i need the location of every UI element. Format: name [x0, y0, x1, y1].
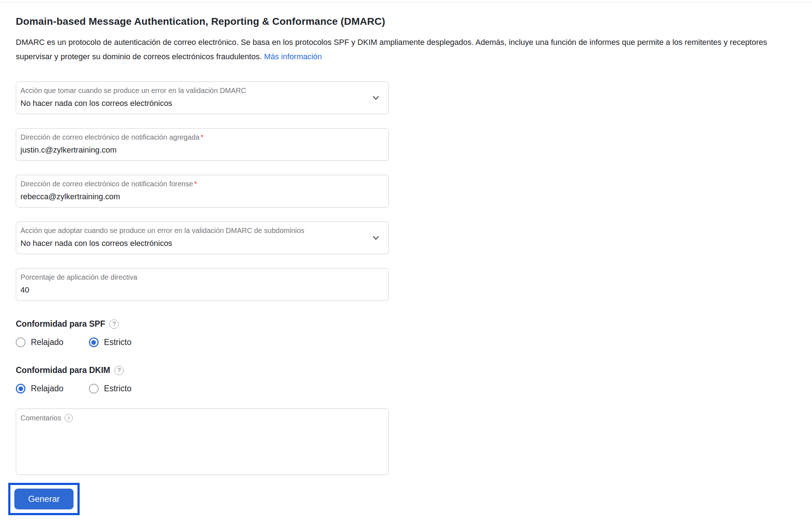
- dmarc-failure-action-select[interactable]: Acción que tomar cuando se produce un er…: [16, 81, 389, 114]
- radio-selected-icon[interactable]: [89, 337, 99, 347]
- forensic-notification-email-field[interactable]: Dirección de correo electrónico de notif…: [16, 175, 389, 207]
- field-label: Acción que tomar cuando se produce un er…: [20, 87, 367, 95]
- field-label: Acción que adoptar cuando se produce un …: [20, 227, 367, 235]
- radio-label[interactable]: Estricto: [104, 337, 132, 347]
- field-value: justin.c@zylkertraining.com: [20, 145, 367, 155]
- page-title: Domain-based Message Authentication, Rep…: [16, 16, 796, 27]
- radio-label[interactable]: Estricto: [104, 384, 132, 393]
- dmarc-settings-section: Domain-based Message Authentication, Rep…: [0, 0, 812, 515]
- page-description: DMARC es un protocolo de autenticación d…: [16, 35, 796, 64]
- info-icon[interactable]: i: [65, 414, 73, 422]
- chevron-down-icon: [373, 236, 379, 240]
- help-icon[interactable]: ?: [114, 366, 124, 375]
- radio-label[interactable]: Relajado: [31, 384, 63, 393]
- aggregate-notification-email-field[interactable]: Dirección de correo electrónico de notif…: [16, 128, 389, 161]
- field-value: rebecca@zylkertraining.com: [20, 192, 367, 201]
- spf-relaxed-option[interactable]: Relajado: [16, 337, 63, 347]
- subdomain-failure-action-select[interactable]: Acción que adoptar cuando se produce un …: [16, 221, 389, 254]
- help-icon[interactable]: ?: [109, 320, 119, 329]
- field-label: Porcentaje de aplicación de directiva: [20, 273, 367, 281]
- comments-textarea[interactable]: Comentarios i: [16, 409, 389, 475]
- chevron-down-icon: [373, 96, 379, 100]
- radio-unselected-icon[interactable]: [16, 337, 25, 347]
- generate-button[interactable]: Generar: [14, 489, 74, 509]
- selected-value: No hacer nada con los correos electrónic…: [20, 239, 367, 248]
- required-asterisk: *: [194, 180, 197, 188]
- generate-button-highlight-box: Generar: [8, 483, 80, 515]
- dkim-alignment-label: Conformidad para DKIM: [16, 365, 110, 375]
- dmarc-form: Acción que tomar cuando se produce un er…: [16, 81, 389, 515]
- spf-alignment-header: Conformidad para SPF ?: [16, 319, 389, 329]
- comments-label-row: Comentarios i: [20, 414, 383, 422]
- dkim-relaxed-option[interactable]: Relajado: [16, 384, 63, 393]
- spf-strict-option[interactable]: Estricto: [89, 337, 132, 347]
- dkim-alignment-options: Relajado Estricto: [16, 384, 389, 393]
- label-text: Dirección de correo electrónico de notif…: [20, 180, 193, 188]
- top-divider: [0, 2, 812, 2]
- radio-unselected-icon[interactable]: [89, 384, 99, 393]
- dkim-alignment-header: Conformidad para DKIM ?: [16, 365, 389, 375]
- comments-label: Comentarios: [20, 414, 61, 422]
- learn-more-link[interactable]: Más información: [264, 52, 322, 61]
- radio-selected-icon[interactable]: [16, 384, 25, 393]
- spf-alignment-label: Conformidad para SPF: [16, 319, 105, 329]
- selected-value: No hacer nada con los correos electrónic…: [20, 99, 367, 108]
- dkim-strict-option[interactable]: Estricto: [89, 384, 132, 393]
- field-label: Dirección de correo electrónico de notif…: [20, 133, 367, 141]
- radio-label[interactable]: Relajado: [31, 337, 63, 347]
- policy-percentage-field[interactable]: Porcentaje de aplicación de directiva 40: [16, 268, 389, 301]
- label-text: Dirección de correo electrónico de notif…: [20, 133, 199, 141]
- spf-alignment-options: Relajado Estricto: [16, 337, 389, 347]
- field-label: Dirección de correo electrónico de notif…: [20, 180, 367, 188]
- field-value: 40: [20, 285, 367, 295]
- required-asterisk: *: [200, 133, 203, 141]
- description-text: DMARC es un protocolo de autenticación d…: [16, 38, 767, 61]
